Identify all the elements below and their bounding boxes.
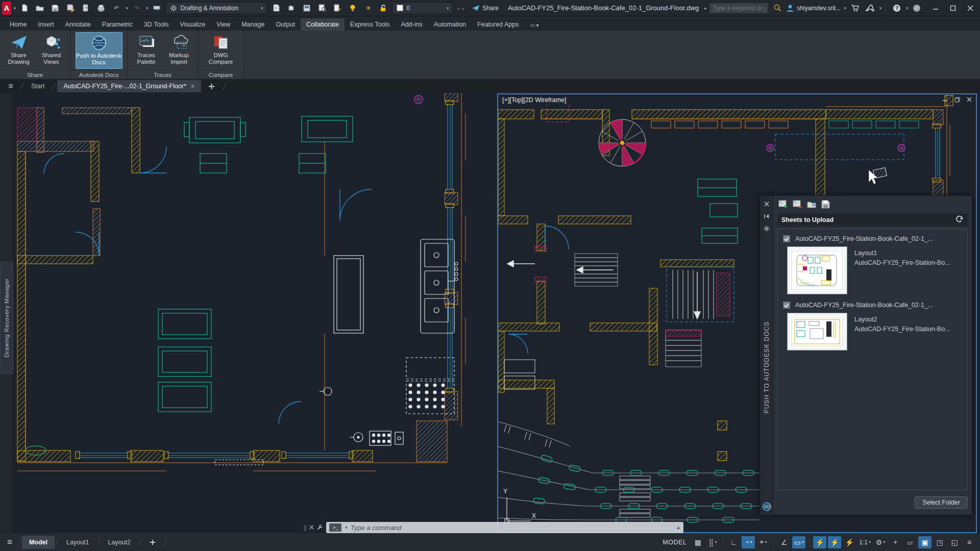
sheet-item[interactable]: AutoCAD-FY25_Fire-Station-Book-Cafe_02-1… xyxy=(783,302,964,309)
feedback-icon[interactable] xyxy=(910,2,923,15)
palette-close-icon[interactable] xyxy=(762,199,771,209)
properties-icon[interactable] xyxy=(331,2,344,15)
palette-properties-icon[interactable] xyxy=(762,224,771,233)
open-location-icon[interactable] xyxy=(807,200,817,210)
fullscreen-icon[interactable]: ◱ xyxy=(948,536,961,548)
drawing-recovery-manager-tab[interactable]: Drawing Recovery Manager xyxy=(0,262,13,374)
new-file-icon[interactable] xyxy=(18,2,31,15)
command-history-icon[interactable]: ▲ xyxy=(676,525,680,530)
snap-toggle-icon[interactable]: ⣿▾ xyxy=(706,536,719,548)
logo-dropdown-icon[interactable]: ▾ xyxy=(14,6,16,11)
file-tab-menu-icon[interactable]: ≡ xyxy=(3,82,18,91)
autodesk-logo-icon[interactable] xyxy=(864,2,877,15)
tab-home[interactable]: Home xyxy=(4,18,32,31)
undo-icon[interactable]: ↶ xyxy=(110,2,123,15)
panel-label-compare[interactable]: Compare xyxy=(198,70,243,79)
panel-label-traces[interactable]: Traces xyxy=(128,70,198,79)
app-store-cart-icon[interactable] xyxy=(848,2,862,15)
maximize-button[interactable] xyxy=(945,1,961,15)
autocad-logo-icon[interactable]: A xyxy=(2,2,11,15)
sheet-item[interactable]: AutoCAD-FY25_Fire-Station-Book-Cafe_02-1… xyxy=(783,235,964,242)
sheet-layout-row[interactable]: Layout1 AutoCAD-FY25_Fire-Station-Bo... xyxy=(787,246,964,294)
tab-express-tools[interactable]: Express Tools xyxy=(345,18,396,31)
plot-preview-icon[interactable] xyxy=(315,2,329,15)
annotation-visibility-icon[interactable]: ⚡ xyxy=(813,536,826,548)
help-dropdown-icon[interactable]: ▾ xyxy=(906,6,909,11)
ribbon-options-icon[interactable]: ▭ ▾ xyxy=(524,20,544,31)
panel-label-share[interactable]: Share xyxy=(0,70,70,79)
search-input[interactable] xyxy=(713,5,766,12)
viewport-close-icon[interactable] xyxy=(966,96,973,103)
title-arrow-icon[interactable]: ▸ xyxy=(704,6,707,11)
tab-annotate[interactable]: Annotate xyxy=(60,18,96,31)
save-icon[interactable] xyxy=(48,2,62,15)
traces-palette-button[interactable]: Traces Palette xyxy=(131,32,162,69)
new-layout-button[interactable] xyxy=(142,536,163,549)
tab-insert[interactable]: Insert xyxy=(32,18,59,31)
command-prompt-icon[interactable]: >_ xyxy=(329,523,341,532)
workspace-select[interactable]: Drafting & Annotation ▾ xyxy=(165,2,267,14)
isolate-objects-icon[interactable]: ▱ xyxy=(903,536,917,548)
tab-3d-tools[interactable]: 3D Tools xyxy=(138,18,174,31)
customization-menu-icon[interactable]: ≡ xyxy=(963,536,976,548)
annotation-autoscale-icon[interactable]: ⚡ xyxy=(828,536,841,548)
tab-automation[interactable]: Automation xyxy=(428,18,472,31)
search-icon[interactable] xyxy=(771,2,784,15)
clean-screen-icon[interactable]: ◳ xyxy=(933,536,946,548)
viewport-controls-label[interactable]: [+][Top][2D Wireframe] xyxy=(499,95,570,105)
tab-output[interactable]: Output xyxy=(270,18,301,31)
export-mobile-icon[interactable] xyxy=(79,2,92,15)
sun-icon[interactable]: ☀ xyxy=(361,2,375,15)
tab-parametric[interactable]: Parametric xyxy=(96,18,138,31)
command-input-bar[interactable]: >_ ▾ Type a command ▲ xyxy=(326,522,683,533)
sheets-list[interactable]: AutoCAD-FY25_Fire-Station-Book-Cafe_02-1… xyxy=(777,229,968,490)
minimize-button[interactable] xyxy=(927,1,943,15)
layout-menu-icon[interactable]: ≡ xyxy=(7,537,12,547)
annotation-monitor-toggle-icon[interactable]: ＋ xyxy=(889,536,902,548)
viewport-minimize-icon[interactable] xyxy=(941,96,948,103)
layout2-thumbnail[interactable] xyxy=(787,313,847,350)
sheet-layout-row[interactable]: Layout2 AutoCAD-FY25_Fire-Station-Bo... xyxy=(787,313,964,350)
sheet-checkbox[interactable] xyxy=(783,235,790,242)
search-box[interactable] xyxy=(709,3,769,14)
palette-autohide-icon[interactable] xyxy=(762,212,771,221)
layout-viewports-icon[interactable] xyxy=(300,2,313,15)
share-button[interactable]: Share xyxy=(468,5,503,12)
undo-dropdown-icon[interactable]: ▾ xyxy=(126,6,128,11)
sheet-set-icon[interactable] xyxy=(270,2,283,15)
push-to-autodesk-docs-button[interactable]: Push to Autodesk Docs xyxy=(76,32,122,69)
tab-visualize[interactable]: Visualize xyxy=(175,18,211,31)
annotation-monitor-icon[interactable] xyxy=(346,2,359,15)
tab-manage[interactable]: Manage xyxy=(236,18,270,31)
file-tab-close-icon[interactable]: ✕ xyxy=(190,83,195,90)
object-snap-tracking-icon[interactable]: ∠ xyxy=(777,536,791,548)
remove-sheets-icon[interactable] xyxy=(793,200,803,211)
share-drawing-button[interactable]: Share Drawing xyxy=(3,32,35,69)
tab-collaborate[interactable]: Collaborate xyxy=(301,18,345,31)
markup-import-button[interactable]: Markup Import xyxy=(163,32,195,69)
shared-views-button[interactable]: Shared Views xyxy=(36,32,67,69)
graphics-performance-icon[interactable]: ▣ xyxy=(918,536,932,548)
unlock-icon[interactable] xyxy=(377,2,390,15)
tab-add-ins[interactable]: Add-ins xyxy=(395,18,428,31)
redo-icon[interactable]: ↷ xyxy=(130,2,143,15)
sheet-checkbox[interactable] xyxy=(783,302,790,309)
annotation-scale-icon[interactable]: ⚡ xyxy=(843,536,856,548)
dynamic-input-icon[interactable]: ▭▾ xyxy=(792,536,805,548)
save-sheets-icon[interactable] xyxy=(821,200,830,210)
annotation-scale-value[interactable]: 1:1▾ xyxy=(857,536,872,548)
model-canvas-left[interactable] xyxy=(13,93,497,533)
save-as-icon[interactable] xyxy=(64,2,77,15)
tab-featured-apps[interactable]: Featured Apps xyxy=(472,18,524,31)
model-tab[interactable]: Model xyxy=(22,536,55,549)
isodraft-icon[interactable]: ⌖▾ xyxy=(756,536,770,548)
grid-toggle-icon[interactable]: ▦ xyxy=(691,536,704,548)
close-button[interactable] xyxy=(963,1,978,15)
command-placeholder[interactable]: Type a command xyxy=(351,524,673,532)
layout1-tab[interactable]: Layout1 xyxy=(59,536,96,549)
layer-select[interactable]: 0 ▾ xyxy=(392,2,453,14)
account-menu[interactable]: shiyamdev.srit... ▾ xyxy=(786,4,846,12)
new-drawing-tab-button[interactable] xyxy=(202,80,221,92)
panel-label-autodesk-docs[interactable]: Autodesk Docs xyxy=(70,70,127,79)
file-tab-start[interactable]: Start xyxy=(25,80,51,92)
